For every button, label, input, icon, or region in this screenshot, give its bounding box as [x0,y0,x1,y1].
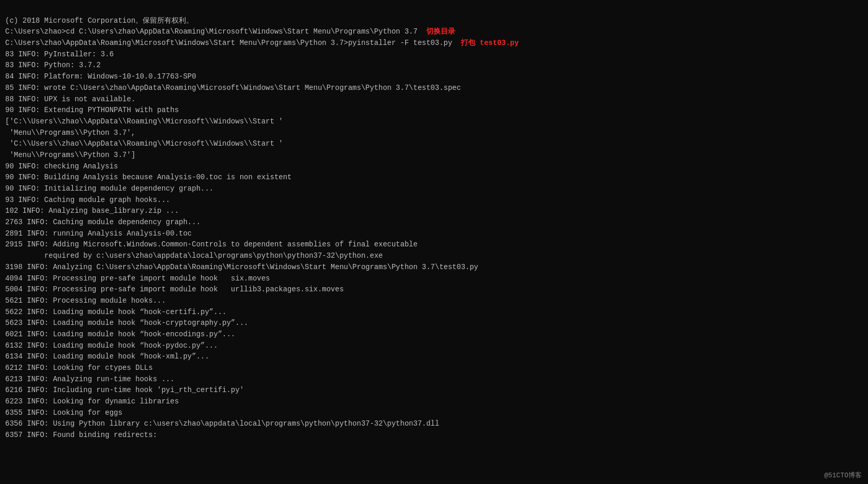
terminal-line: 93 INFO: Caching module graph hooks... [5,195,863,206]
terminal-line: 2763 INFO: Caching module dependency gra… [5,217,863,228]
terminal-line: 85 INFO: wrote C:\Users\zhao\AppData\Roa… [5,83,863,94]
watermark: @51CTO博客 [824,471,862,480]
terminal-line: 6355 INFO: Looking for eggs [5,408,863,419]
terminal-line: 'Menu\\Programs\\Python 3.7', [5,128,863,139]
terminal-line: 5622 INFO: Loading module hook “hook-cer… [5,307,863,318]
terminal-line: 6356 INFO: Using Python library c:\users… [5,418,863,430]
highlight-text: 打包 test03.py [461,39,519,47]
terminal-line: 90 INFO: checking Analysis [5,161,863,173]
highlight-text: 切换目录 [426,27,455,36]
terminal-line: 88 INFO: UPX is not available. [5,94,863,105]
terminal-line: 6357 INFO: Found binding redirects: [5,430,863,441]
terminal-line: 5623 INFO: Loading module hook “hook-cry… [5,318,863,329]
terminal-line: ['C:\\Users\\zhao\\AppData\\Roaming\\Mic… [5,116,863,128]
terminal-line: C:\Users\zhao\AppData\Roaming\Microsoft\… [5,38,863,49]
terminal-line: C:\Users\zhao>cd C:\Users\zhao\AppData\R… [5,26,863,38]
terminal-line: 6212 INFO: Looking for ctypes DLLs [5,363,863,374]
terminal-line: 83 INFO: PyInstaller: 3.6 [5,49,863,60]
terminal-line: 5004 INFO: Processing pre-safe import mo… [5,284,863,295]
terminal-line: 'C:\\Users\\zhao\\AppData\\Roaming\\Micr… [5,138,863,150]
terminal-line: 3198 INFO: Analyzing C:\Users\zhao\AppDa… [5,262,863,273]
terminal-line: 6021 INFO: Loading module hook “hook-enc… [5,329,863,340]
terminal-line: 5621 INFO: Processing module hooks... [5,295,863,307]
terminal-line: 6134 INFO: Loading module hook “hook-xml… [5,351,863,363]
terminal-line: 6216 INFO: Including run-time hook 'pyi_… [5,385,863,396]
terminal-line: 84 INFO: Platform: Windows-10-10.0.17763… [5,71,863,83]
terminal-line: 90 INFO: Initializing module dependency … [5,183,863,195]
terminal-line: 'Menu\\Programs\\Python 3.7'] [5,150,863,161]
terminal-line: 102 INFO: Analyzing base_library.zip ... [5,206,863,217]
terminal-line: (c) 2018 Microsoft Corporation。保留所有权利。 [5,15,863,27]
terminal-line: 83 INFO: Python: 3.7.2 [5,60,863,71]
terminal-line: 6213 INFO: Analyzing run-time hooks ... [5,374,863,385]
terminal-output: (c) 2018 Microsoft Corporation。保留所有权利。C:… [5,4,863,441]
terminal-line: 6223 INFO: Looking for dynamic libraries [5,396,863,408]
terminal-line: 2891 INFO: running Analysis Analysis-00.… [5,228,863,240]
terminal-line: 6132 INFO: Loading module hook “hook-pyd… [5,340,863,352]
terminal-line: required by c:\users\zhao\appdata\local\… [5,251,863,262]
terminal-line: 4094 INFO: Processing pre-safe import mo… [5,273,863,285]
terminal-line: 2915 INFO: Adding Microsoft.Windows.Comm… [5,239,863,251]
terminal-line: 90 INFO: Extending PYTHONPATH with paths [5,105,863,116]
terminal-line: 90 INFO: Building Analysis because Analy… [5,172,863,183]
